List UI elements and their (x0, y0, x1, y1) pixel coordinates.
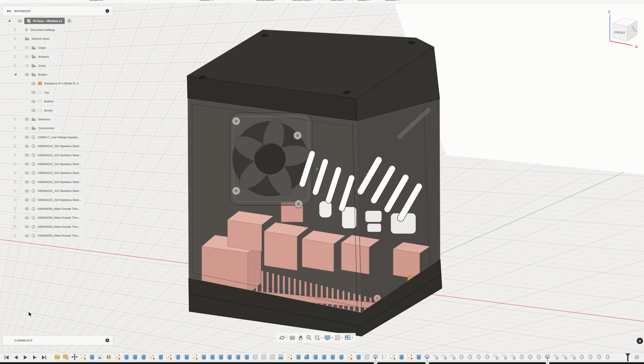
eye-icon[interactable] (31, 109, 36, 112)
tree-collapse-arrow[interactable] (14, 189, 17, 192)
nav-fit-icon[interactable]: ▾ (314, 334, 322, 341)
eye-icon[interactable] (25, 73, 29, 76)
tree-collapse-arrow[interactable] (14, 127, 17, 130)
playback-play-button[interactable] (22, 354, 28, 360)
tree-collapse-arrow[interactable] (14, 64, 17, 67)
nav-grid-and-snaps-icon[interactable]: ▾ (334, 334, 343, 341)
dropdown-caret[interactable]: ▾ (286, 336, 287, 339)
eye-icon[interactable] (25, 198, 29, 201)
browser-row[interactable]: 93655A093_Male-Female Thre... (22, 223, 84, 230)
browser-row[interactable]: 93655A093_Male-Female Thre... (22, 232, 84, 239)
eye-icon[interactable] (25, 234, 29, 237)
browser-row[interactable]: Raspberry Pi 4 Model B v1 (28, 80, 82, 87)
tree-collapse-arrow[interactable] (14, 198, 17, 201)
eye-icon[interactable] (25, 135, 29, 139)
menu-modify[interactable]: MODIFY▾ (200, 0, 214, 1)
tree-collapse-arrow[interactable] (14, 216, 17, 219)
browser-row[interactable]: 94500A222_316 Stainless Steel... (22, 143, 85, 150)
eye-off-icon[interactable] (25, 55, 29, 58)
eye-icon[interactable] (31, 91, 36, 94)
browser-row[interactable]: Pi Case – Window v1 (15, 17, 75, 25)
tree-collapse-arrow[interactable] (14, 180, 17, 183)
tree-collapse-arrow[interactable] (14, 225, 17, 228)
browser-row[interactable]: 94500A222_316 Stainless Steel... (22, 196, 85, 203)
timeline-group-expand-icon[interactable]: + (425, 360, 429, 364)
eye-icon[interactable] (25, 153, 29, 157)
eye-icon[interactable] (31, 82, 36, 85)
browser-row[interactable]: 94500A222_316 Stainless Steel... (22, 178, 85, 186)
browser-row[interactable]: 93655A093_Male-Female Thre... (22, 205, 84, 212)
tree-collapse-arrow[interactable] (14, 28, 17, 31)
browser-row[interactable]: Bottom (28, 98, 57, 105)
comments-panel[interactable]: COMMENTS + (3, 335, 113, 345)
tree-collapse-arrow[interactable] (14, 171, 17, 174)
tree-collapse-arrow[interactable] (14, 162, 17, 165)
playback-skip-to-start-button[interactable] (4, 354, 10, 360)
browser-row[interactable]: 94500A222_316 Stainless Steel... (22, 151, 85, 159)
nav-orbit-icon[interactable]: ▾ (279, 334, 287, 341)
tree-collapse-arrow[interactable] (14, 118, 17, 121)
playback-step-back-button[interactable] (13, 354, 19, 360)
assistant-icon[interactable]: a (637, 338, 643, 344)
eye-icon[interactable] (25, 189, 29, 193)
browser-minimize-icon[interactable]: – (105, 9, 109, 13)
nav-zoom-icon[interactable] (306, 334, 312, 341)
browser-row[interactable]: Joints (22, 62, 49, 69)
menu-inspect[interactable]: INSPECT▾ (330, 0, 346, 1)
tree-collapse-arrow[interactable] (14, 135, 17, 139)
browser-drag-handle[interactable] (111, 10, 113, 13)
menu-select[interactable]: SELECT▾ (385, 0, 400, 1)
menu-construct[interactable]: CONSTRUCT▾ (292, 0, 314, 1)
acrylic-window[interactable] (188, 98, 440, 312)
dropdown-caret[interactable]: ▾ (352, 336, 353, 339)
menu-create[interactable]: CREATE▾ (90, 0, 104, 1)
eye-off-icon[interactable] (25, 64, 29, 67)
dropdown-caret[interactable]: ▾ (321, 336, 322, 339)
tree-collapse-arrow[interactable] (14, 207, 17, 210)
tree-collapse-arrow[interactable] (14, 153, 17, 156)
timeline-group-expand-icon[interactable]: + (373, 360, 378, 364)
playback-skip-to-end-button[interactable] (41, 354, 47, 360)
eye-icon[interactable] (25, 216, 29, 219)
eye-icon[interactable] (25, 207, 29, 210)
comments-add-icon[interactable]: + (105, 338, 109, 342)
dropdown-caret[interactable]: ▾ (342, 336, 343, 339)
timeline-group-expand-icon[interactable]: + (545, 360, 550, 364)
browser-row[interactable]: Top (28, 89, 52, 96)
browser-row[interactable]: Bodies (22, 71, 50, 78)
browser-row[interactable]: 94500A222_316 Stainless Steel... (22, 187, 85, 195)
eye-icon[interactable] (25, 180, 29, 184)
eye-icon[interactable] (31, 100, 36, 103)
dropdown-caret[interactable]: ▾ (331, 336, 332, 339)
tree-collapse-arrow[interactable] (14, 46, 17, 49)
eye-icon[interactable] (25, 225, 29, 228)
activate-radio-icon[interactable] (67, 19, 71, 23)
browser-row[interactable]: ⚙Document Settings (22, 26, 58, 33)
eye-off-icon[interactable] (25, 46, 29, 49)
eye-off-icon[interactable] (25, 127, 29, 130)
browser-row[interactable]: 1939K17_Low-Voltage Equipm... (22, 133, 83, 141)
nav-look-at-icon[interactable] (289, 334, 296, 341)
model-pi-case[interactable] (187, 30, 442, 336)
tree-collapse-arrow[interactable] (14, 37, 17, 40)
menu-assemble[interactable]: ASSEMBLE▾ (256, 0, 276, 1)
tree-expand-arrow[interactable] (14, 73, 17, 76)
eye-icon[interactable] (25, 118, 29, 121)
viewcube-front-face[interactable]: FRONT (614, 31, 626, 35)
browser-row[interactable]: 94500A222_316 Stainless Steel... (22, 160, 85, 168)
eye-icon[interactable] (25, 171, 29, 175)
eye-icon[interactable] (18, 19, 22, 22)
browser-row[interactable]: Named Views (22, 35, 53, 42)
browser-row[interactable]: Origin (22, 44, 49, 51)
tree-collapse-arrow[interactable] (14, 234, 17, 237)
browser-header[interactable]: BROWSER – (3, 6, 113, 16)
browser-row[interactable]: 93655A093_Male-Female Thre... (22, 214, 84, 221)
eye-icon[interactable] (25, 162, 29, 166)
browser-row[interactable]: Construction (22, 125, 58, 132)
timeline-playhead[interactable] (625, 353, 631, 362)
menu-insert[interactable]: INSERT▾ (358, 0, 371, 1)
nav-viewports-icon[interactable]: ▾ (344, 334, 353, 341)
tree-expand-arrow[interactable] (8, 19, 11, 22)
tree-collapse-arrow[interactable] (14, 55, 17, 58)
selected-component[interactable]: Pi Case – Window v1 (24, 18, 65, 24)
